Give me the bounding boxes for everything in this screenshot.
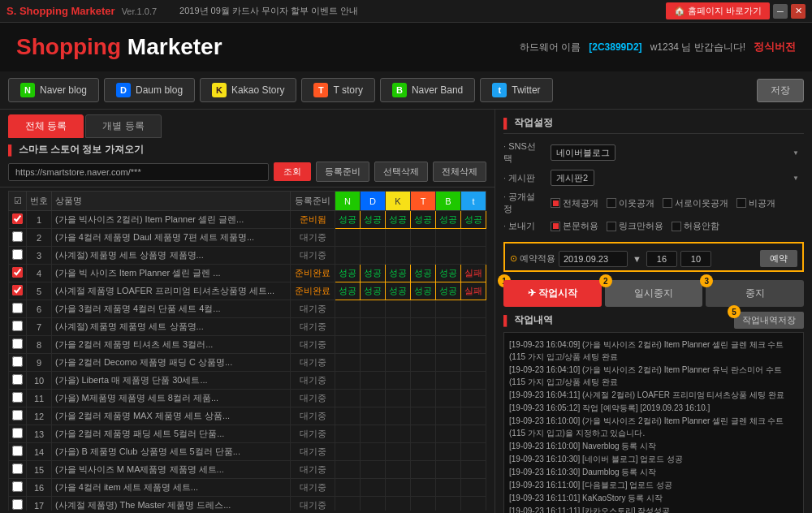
save-log-button[interactable]: 작업내역저장 bbox=[734, 312, 804, 329]
worklog-title: 작업내역 bbox=[503, 313, 553, 327]
table-row-t: 성공 bbox=[411, 211, 436, 229]
table-row-d bbox=[361, 229, 386, 247]
table-row-check[interactable] bbox=[9, 407, 27, 425]
channel-kakao-story-button[interactable]: K Kakao Story bbox=[200, 78, 296, 102]
table-row-check[interactable] bbox=[9, 497, 27, 511]
table-row-check[interactable] bbox=[9, 354, 27, 372]
table-row-name: (가을 빅 사이즈 Item Planner 셀린 글렌 ... bbox=[52, 265, 291, 282]
table-row-check[interactable] bbox=[9, 372, 27, 390]
worklog-content[interactable]: [19-09-23 16:04:09] (가을 빅사이즈 2컬러) Item P… bbox=[503, 332, 804, 513]
table-row-d bbox=[361, 354, 386, 372]
table-row-status: 대기중 bbox=[291, 407, 335, 425]
table-row-b bbox=[436, 229, 461, 247]
col-t: T bbox=[411, 192, 436, 211]
pause-button-wrapper: 2 일시중지 bbox=[605, 280, 703, 307]
table-row-check[interactable] bbox=[9, 211, 27, 229]
product-table-scroll[interactable]: ☑ 번호 상품명 등록준비 N D K T B t bbox=[8, 191, 486, 511]
save-button[interactable]: 저장 bbox=[757, 79, 804, 102]
delete-all-button[interactable]: 전체삭제 bbox=[433, 162, 486, 182]
homepage-button[interactable]: 🏠 홈페이지 바로가기 bbox=[666, 2, 770, 19]
public-private-checkbox[interactable] bbox=[736, 198, 746, 208]
table-row-k bbox=[386, 300, 411, 318]
smart-store-title: 스마트 스토어 정보 가져오기 bbox=[8, 143, 486, 157]
table-row-status: 준비완료 bbox=[291, 265, 335, 282]
board-label: 게시판 bbox=[503, 172, 544, 184]
minimize-button[interactable]: ─ bbox=[773, 4, 788, 19]
table-row-check[interactable] bbox=[9, 247, 27, 265]
stop-button[interactable]: 중지 bbox=[706, 280, 804, 307]
send-link-checkbox[interactable] bbox=[607, 222, 616, 231]
public-neighbor-checkbox[interactable] bbox=[607, 198, 616, 208]
daum-blog-icon: D bbox=[116, 83, 131, 97]
channel-naver-band-button[interactable]: B Naver Band bbox=[380, 78, 475, 102]
public-all-checkbox[interactable] bbox=[551, 198, 560, 208]
table-row-num: 11 bbox=[27, 390, 52, 407]
channel-t-story-button[interactable]: T T story bbox=[301, 78, 374, 102]
table-row-d bbox=[361, 247, 386, 265]
public-mutual-checkbox[interactable] bbox=[663, 198, 672, 208]
sns-select[interactable]: 네이버블로그 bbox=[551, 144, 615, 161]
table-row-t bbox=[411, 300, 436, 318]
table-row-status: 대기중 bbox=[291, 300, 335, 318]
table-row-num: 5 bbox=[27, 282, 52, 300]
register-ready-button[interactable]: 등록준비 bbox=[316, 162, 369, 182]
pause-button[interactable]: 일시중지 bbox=[605, 280, 703, 307]
table-row-check[interactable] bbox=[9, 318, 27, 336]
public-neighbor-option[interactable]: 이웃공개 bbox=[607, 197, 654, 209]
table-row-check[interactable] bbox=[9, 425, 27, 443]
table-row-num: 13 bbox=[27, 425, 52, 443]
table-row-n: 성공 bbox=[335, 211, 361, 229]
tab-all-register[interactable]: 전체 등록 bbox=[8, 114, 84, 138]
search-button[interactable]: 조회 bbox=[274, 162, 311, 181]
clock-icon: ⊙ bbox=[510, 253, 517, 264]
channel-twitter-button[interactable]: t Twitter bbox=[480, 78, 552, 102]
col-num: 번호 bbox=[27, 192, 52, 211]
title-bar: S. Shopping Marketer Ver.1.0.7 2019년 09월… bbox=[0, 0, 812, 23]
table-row-check[interactable] bbox=[9, 300, 27, 318]
table-row-check[interactable] bbox=[9, 443, 27, 461]
table-row-check[interactable] bbox=[9, 265, 27, 282]
table-row-b bbox=[436, 443, 461, 461]
worklog-entry: [19-09-23 16:04:09] (가을 빅사이즈 2컬러) Item P… bbox=[509, 338, 798, 363]
table-row-check[interactable] bbox=[9, 229, 27, 247]
schedule-hour-input[interactable] bbox=[646, 251, 677, 267]
table-row-k bbox=[386, 425, 411, 443]
smart-store-url-input[interactable] bbox=[8, 163, 269, 181]
schedule-minute-input[interactable] bbox=[680, 251, 711, 267]
send-body-checkbox[interactable] bbox=[551, 222, 560, 231]
channel-naver-blog-button[interactable]: N Naver blog bbox=[8, 78, 99, 102]
table-row-check[interactable] bbox=[9, 461, 27, 479]
public-all-option[interactable]: 전체공개 bbox=[551, 197, 598, 209]
send-link-option[interactable]: 링크만허용 bbox=[607, 220, 663, 232]
close-button[interactable]: ✕ bbox=[791, 4, 806, 19]
send-body-option[interactable]: 본문허용 bbox=[551, 220, 598, 232]
table-row-t bbox=[411, 372, 436, 390]
table-row-tw bbox=[461, 229, 486, 247]
table-row-k bbox=[386, 229, 411, 247]
send-none-checkbox[interactable] bbox=[672, 222, 681, 231]
send-none-option[interactable]: 허용안함 bbox=[672, 220, 719, 232]
table-row-check[interactable] bbox=[9, 479, 27, 497]
public-private-option[interactable]: 비공개 bbox=[736, 197, 775, 209]
delete-selected-button[interactable]: 선택삭제 bbox=[374, 162, 428, 182]
schedule-button[interactable]: 예약 bbox=[760, 250, 797, 267]
table-row-tw bbox=[461, 300, 486, 318]
table-row-check[interactable] bbox=[9, 390, 27, 407]
table-row-name: (사계절 제품명) The Master 제품명 드레스... bbox=[52, 497, 291, 511]
product-table: ☑ 번호 상품명 등록준비 N D K T B t bbox=[8, 191, 486, 511]
table-row-status: 대기중 bbox=[291, 336, 335, 354]
schedule-date-input[interactable] bbox=[559, 251, 628, 267]
start-button[interactable]: ✈ 작업시작 bbox=[503, 280, 602, 307]
table-row-b bbox=[436, 336, 461, 354]
channel-daum-blog-button[interactable]: D Daum blog bbox=[104, 78, 195, 102]
board-select[interactable]: 게시판2 bbox=[551, 170, 594, 186]
tab-individual-register[interactable]: 개별 등록 bbox=[85, 114, 161, 138]
public-mutual-option[interactable]: 서로이웃공개 bbox=[663, 197, 728, 209]
table-row-check[interactable] bbox=[9, 282, 27, 300]
table-row-check[interactable] bbox=[9, 336, 27, 354]
smart-store-input-row: 조회 등록준비 선택삭제 전체삭제 bbox=[8, 162, 486, 182]
table-row-b bbox=[436, 497, 461, 511]
send-label: 보내기 bbox=[503, 220, 544, 232]
col-k: K bbox=[386, 192, 411, 211]
table-row-num: 1 bbox=[27, 211, 52, 229]
